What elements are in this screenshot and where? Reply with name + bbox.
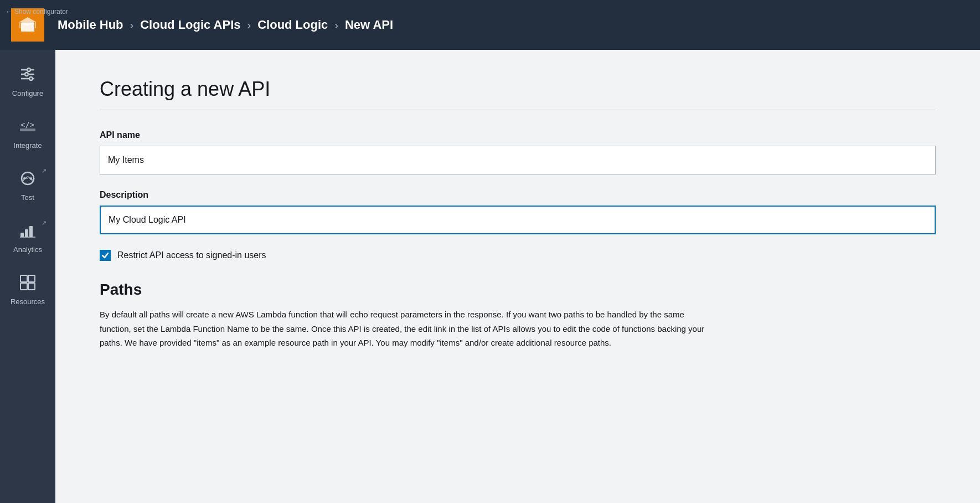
page-title: Creating a new API [100, 78, 936, 101]
paths-description: By default all paths will create a new A… [100, 307, 709, 350]
breadcrumb-sep-2: › [247, 19, 251, 32]
api-name-section: API name [100, 130, 936, 174]
svg-rect-22 [20, 275, 27, 282]
svg-point-6 [27, 68, 30, 71]
integrate-icon: </> [19, 117, 37, 138]
svg-rect-23 [28, 275, 35, 282]
breadcrumb-new-api: New API [345, 18, 393, 32]
restrict-access-checkbox[interactable] [100, 250, 111, 261]
svg-rect-18 [20, 233, 24, 237]
svg-text:</>: </> [20, 120, 34, 129]
sidebar-item-integrate[interactable]: </> Integrate [0, 107, 55, 160]
svg-rect-25 [28, 283, 35, 290]
configure-icon [19, 65, 37, 86]
api-name-input[interactable] [100, 146, 936, 174]
show-configurator[interactable]: Show configurator [6, 8, 68, 16]
svg-rect-20 [29, 226, 33, 237]
sidebar-item-test-label: Test [21, 193, 34, 202]
resources-icon [19, 274, 37, 294]
svg-point-17 [30, 177, 32, 179]
svg-rect-24 [20, 283, 27, 290]
sidebar-item-resources-label: Resources [11, 297, 45, 306]
description-label: Description [100, 190, 936, 200]
restrict-access-label: Restrict API access to signed-in users [117, 250, 266, 260]
breadcrumb-cloud-logic-apis[interactable]: Cloud Logic APIs [140, 18, 240, 32]
breadcrumb-sep-3: › [334, 19, 338, 32]
test-icon [19, 170, 37, 190]
sidebar-item-resources[interactable]: Resources [0, 264, 55, 316]
description-input[interactable] [100, 206, 936, 234]
sidebar-item-configure[interactable]: Configure [0, 55, 55, 107]
sidebar-item-configure-label: Configure [12, 89, 43, 97]
sidebar-item-analytics[interactable]: ↗ Analytics [0, 212, 55, 264]
svg-point-12 [29, 77, 33, 80]
breadcrumb-sep-1: › [130, 19, 134, 32]
breadcrumb: Mobile Hub › Cloud Logic APIs › Cloud Lo… [58, 18, 393, 32]
sidebar: Configure </> Integrate ↗ [0, 50, 55, 503]
sidebar-item-integrate-label: Integrate [13, 141, 42, 150]
sidebar-item-test[interactable]: ↗ Test [0, 160, 55, 212]
main-layout: Configure </> Integrate ↗ [0, 50, 980, 503]
breadcrumb-mobile-hub[interactable]: Mobile Hub [58, 18, 123, 32]
topbar: Show configurator Mobile Hub › Cloud Log… [0, 0, 980, 50]
svg-rect-19 [25, 229, 28, 237]
api-name-label: API name [100, 130, 936, 140]
description-section: Description [100, 190, 936, 234]
restrict-access-row: Restrict API access to signed-in users [100, 250, 936, 261]
title-divider [100, 110, 936, 110]
breadcrumb-cloud-logic[interactable]: Cloud Logic [257, 18, 328, 32]
svg-point-9 [25, 73, 28, 76]
analytics-external-icon: ↗ [42, 219, 47, 227]
svg-rect-14 [20, 129, 35, 131]
content-area: Creating a new API API name Description … [55, 50, 980, 503]
paths-title: Paths [100, 281, 936, 299]
test-external-icon: ↗ [42, 167, 47, 174]
analytics-icon [19, 222, 37, 242]
sidebar-item-analytics-label: Analytics [13, 245, 42, 254]
